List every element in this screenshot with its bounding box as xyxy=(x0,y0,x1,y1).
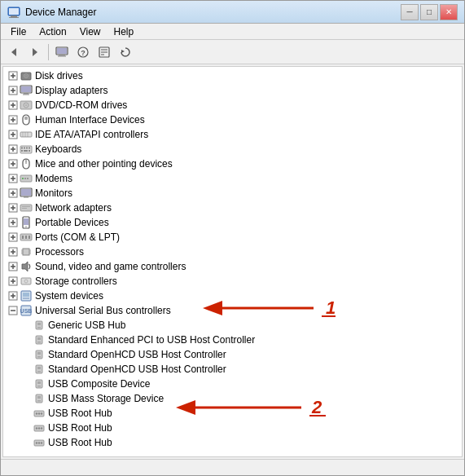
svg-point-145 xyxy=(36,412,37,414)
expand-icon-monitors[interactable] xyxy=(7,187,20,200)
properties-button[interactable] xyxy=(94,42,114,62)
svg-rect-134 xyxy=(37,356,41,358)
forward-button[interactable] xyxy=(25,42,45,62)
tree-item-storage-controllers[interactable]: Storage controllers xyxy=(3,274,462,289)
device-label-std-openhcd-2: Standard OpenHCD USB Host Controller xyxy=(48,364,226,375)
expand-icon-system-devices[interactable] xyxy=(7,289,20,302)
device-icon-generic-usb-hub xyxy=(33,319,46,332)
tree-item-portable-devices[interactable]: Portable Devices xyxy=(3,215,462,230)
tree-item-usb-root-hub-2[interactable]: USB Root Hub xyxy=(3,421,462,435)
tree-item-usb-composite[interactable]: USB Composite Device xyxy=(3,377,462,391)
expand-icon-usb-composite[interactable] xyxy=(20,377,33,390)
expand-icon-std-enhanced-pci[interactable] xyxy=(20,333,33,346)
menu-action[interactable]: Action xyxy=(33,24,72,39)
tree-item-mice[interactable]: Mice and other pointing devices xyxy=(3,156,462,171)
expand-icon-std-openhcd-1[interactable] xyxy=(20,348,33,361)
close-button[interactable]: ✕ xyxy=(440,4,458,20)
device-label-std-enhanced-pci: Standard Enhanced PCI to USB Host Contro… xyxy=(48,334,255,346)
back-button[interactable] xyxy=(4,42,24,62)
tree-item-std-enhanced-pci[interactable]: Standard Enhanced PCI to USB Host Contro… xyxy=(3,333,462,347)
tree-item-usb-mass-storage[interactable]: USB Mass Storage Device xyxy=(3,391,462,406)
tree-item-std-openhcd-1[interactable]: Standard OpenHCD USB Host Controller xyxy=(3,347,462,362)
svg-rect-83 xyxy=(22,208,27,209)
menu-help[interactable]: Help xyxy=(107,24,141,39)
expand-icon-usb-root-hub-1[interactable] xyxy=(20,407,33,420)
expand-icon-portable-devices[interactable] xyxy=(7,216,20,229)
svg-rect-29 xyxy=(23,95,29,95)
tree-item-network-adapters[interactable]: Network adapters xyxy=(3,201,462,215)
expand-icon-network-adapters[interactable] xyxy=(7,201,20,214)
tree-item-generic-usb-hub[interactable]: Generic USB Hub xyxy=(3,318,462,333)
tree-item-ide-ata[interactable]: IDE ATA/ATAPI controllers xyxy=(3,127,462,142)
tree-item-std-openhcd-2[interactable]: Standard OpenHCD USB Host Controller xyxy=(3,362,462,377)
svg-rect-40 xyxy=(24,117,28,120)
tree-item-human-interface[interactable]: Human Interface Devices xyxy=(3,112,462,127)
tree-item-display-adapters[interactable]: Display adapters xyxy=(3,83,462,98)
minimize-button[interactable]: ─ xyxy=(401,4,419,20)
svg-rect-137 xyxy=(37,371,41,372)
expand-icon-usb-controllers[interactable] xyxy=(7,304,20,317)
svg-point-70 xyxy=(24,178,26,179)
menu-view[interactable]: View xyxy=(73,24,107,39)
expand-icon-storage-controllers[interactable] xyxy=(7,275,20,288)
expand-icon-ide-ata[interactable] xyxy=(7,128,20,141)
device-label-network-adapters: Network adapters xyxy=(35,202,112,214)
device-icon-usb-controllers: USB xyxy=(20,304,33,317)
expand-icon-generic-usb-hub[interactable] xyxy=(20,319,33,332)
svg-rect-3 xyxy=(9,8,19,15)
device-icon-modems xyxy=(20,172,33,185)
refresh-button[interactable] xyxy=(116,42,135,62)
svg-point-64 xyxy=(25,161,27,162)
device-tree[interactable]: Disk drivesDisplay adaptersDVD/CD-ROM dr… xyxy=(3,67,462,456)
expand-icon-disk-drives[interactable] xyxy=(7,69,20,82)
svg-rect-94 xyxy=(22,236,24,239)
expand-icon-usb-mass-storage[interactable] xyxy=(20,392,33,405)
expand-icon-keyboards[interactable] xyxy=(7,143,20,156)
expand-icon-dvd-cdrom[interactable] xyxy=(7,99,20,112)
svg-rect-51 xyxy=(20,146,32,153)
device-label-storage-controllers: Storage controllers xyxy=(35,275,117,287)
svg-rect-9 xyxy=(58,55,66,56)
expand-icon-ports[interactable] xyxy=(7,231,20,244)
status-bar xyxy=(1,459,464,475)
menu-file[interactable]: File xyxy=(4,24,33,39)
device-icon-display-adapters xyxy=(20,84,33,97)
device-icon-usb-root-hub-1 xyxy=(33,407,46,420)
expand-icon-human-interface[interactable] xyxy=(7,113,20,126)
tree-item-modems[interactable]: Modems xyxy=(3,171,462,186)
svg-rect-56 xyxy=(21,150,23,152)
svg-point-154 xyxy=(38,442,40,443)
device-label-portable-devices: Portable Devices xyxy=(35,217,109,228)
tree-item-usb-root-hub-1[interactable]: USB Root Hub xyxy=(3,406,462,421)
device-label-sound-video: Sound, video and game controllers xyxy=(35,261,186,272)
tree-item-ports[interactable]: Ports (COM & LPT) xyxy=(3,230,462,245)
help-button[interactable]: ? xyxy=(73,42,93,62)
maximize-button[interactable]: □ xyxy=(420,4,438,20)
expand-icon-sound-video[interactable] xyxy=(7,260,20,273)
expand-icon-modems[interactable] xyxy=(7,172,20,185)
tree-item-dvd-cdrom[interactable]: DVD/CD-ROM drives xyxy=(3,98,462,112)
tree-item-usb-controllers[interactable]: USBUniversal Serial Bus controllers xyxy=(3,303,462,318)
tree-item-usb-root-hub-3[interactable]: USB Root Hub xyxy=(3,435,462,450)
tree-item-keyboards[interactable]: Keyboards xyxy=(3,142,462,156)
expand-icon-usb-root-hub-2[interactable] xyxy=(20,421,33,434)
tree-item-system-devices[interactable]: System devices xyxy=(3,289,462,303)
expand-icon-mice[interactable] xyxy=(7,157,20,170)
tree-item-sound-video[interactable]: Sound, video and game controllers xyxy=(3,259,462,274)
expand-icon-display-adapters[interactable] xyxy=(7,84,20,97)
device-icon-ports xyxy=(20,231,33,244)
device-label-processors: Processors xyxy=(35,246,84,258)
device-icon-system-devices xyxy=(20,289,33,302)
tree-item-disk-drives[interactable]: Disk drives xyxy=(3,68,462,83)
svg-rect-131 xyxy=(37,342,41,343)
svg-rect-96 xyxy=(29,236,30,239)
tree-item-processors[interactable]: Processors xyxy=(3,245,462,259)
tree-item-monitors[interactable]: Monitors xyxy=(3,186,462,201)
svg-point-151 xyxy=(41,427,42,429)
expand-icon-processors[interactable] xyxy=(7,245,20,258)
device-icon-usb-root-hub-2 xyxy=(33,421,46,434)
computer-button[interactable] xyxy=(52,42,72,62)
svg-rect-136 xyxy=(37,367,41,369)
expand-icon-std-openhcd-2[interactable] xyxy=(20,363,33,376)
expand-icon-usb-root-hub-3[interactable] xyxy=(20,436,33,449)
